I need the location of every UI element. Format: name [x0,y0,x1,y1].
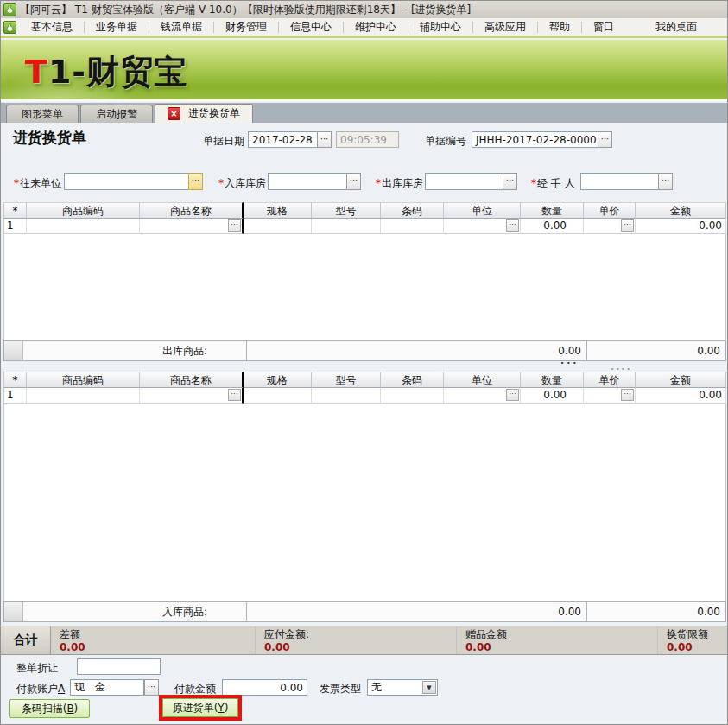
product-code-cell[interactable] [27,388,140,404]
model-cell[interactable] [312,219,381,234]
menu-item-cashflow-docs[interactable]: 钱流单据 [149,18,213,36]
menu-item-finance[interactable]: 财务管理 [214,18,278,36]
barcode-cell[interactable] [381,219,444,234]
menu-item-business-docs[interactable]: 业务单据 [85,18,149,36]
table-empty-area [3,234,726,340]
original-purchase-order-button[interactable]: 原进货单(Y) [162,698,238,717]
out-warehouse-label: *出库库房 [376,176,423,191]
barcode-scan-button[interactable]: 条码扫描(B) [9,699,90,718]
amount-cell[interactable]: 0.00 [636,388,726,404]
summary-difference: 差额 0.00 [51,626,256,654]
invoice-type-select[interactable]: 无 ▼ [367,679,438,696]
tab-startup-alert[interactable]: 启动报警 [80,105,153,123]
invoice-type-label: 发票类型 [320,682,361,696]
product-name-cell[interactable]: ··· [140,219,244,234]
out-warehouse-input[interactable] [425,173,503,190]
col-header-model: 型号 [312,202,381,219]
outbound-amount-total: 0.00 [587,341,725,360]
col-header-spec: 规格 [244,202,312,219]
in-warehouse-browse-icon[interactable]: ··· [346,173,361,190]
invoice-type-value: 无 [371,680,382,695]
grid-splitter[interactable]: ··· ···· [1,361,727,372]
required-asterisk: * [531,177,536,189]
col-header-barcode: 条码 [381,202,444,219]
spec-cell[interactable] [244,388,312,404]
logo-t: T [25,53,48,91]
amount-cell[interactable]: 0.00 [636,219,726,234]
qty-cell[interactable]: 0.00 [521,219,584,234]
barcode-cell[interactable] [381,388,444,404]
button-label: 原进货单( [173,701,218,715]
menu-item-basic-info[interactable]: 基本信息 [20,18,84,36]
price-browse-icon[interactable]: ··· [621,219,634,232]
menu-item-window[interactable]: 窗口 [582,18,625,36]
price-cell[interactable]: ··· [584,388,636,404]
product-logo: T1-财贸宝 [25,50,187,94]
doc-no-browse-icon[interactable]: ··· [598,131,612,148]
price-cell[interactable]: ··· [584,219,636,234]
payment-amount-input[interactable]: 0.00 [222,679,307,696]
product-code-cell[interactable] [27,219,140,234]
table-header-row: * 商品编码 商品名称 规格 型号 条码 单位 数量 单价 金额 [3,372,726,388]
menu-item-help[interactable]: 帮助 [538,18,581,36]
col-header-spec: 规格 [244,372,312,388]
document-tab-bar: 图形菜单 启动报警 × 进货换货单 [1,103,727,123]
model-cell[interactable] [312,388,381,404]
outbound-qty-total: 0.00 [247,341,587,360]
qty-cell[interactable]: 0.00 [521,388,584,404]
partner-browse-icon[interactable]: ··· [188,173,203,190]
page-title: 进货换货单 [13,128,86,148]
product-name-browse-icon[interactable]: ··· [228,389,241,401]
col-header-model: 型号 [312,372,381,388]
tab-graphic-menu[interactable]: 图形菜单 [6,105,79,123]
chevron-down-icon[interactable]: ▼ [422,681,436,694]
handler-label: *经 手 人 [531,176,575,191]
payment-account-browse-icon[interactable]: ··· [144,679,159,696]
menu-item-my-desktop[interactable]: 我的桌面 [644,18,708,36]
account-hotkey: A [58,683,65,695]
menu-item-info-center[interactable]: 信息中心 [279,18,343,36]
summary-strip: 合计 差额 0.00 应付金额: 0.00 赠品金额 0.00 换货限额 0.0… [1,626,727,655]
out-warehouse-browse-icon[interactable]: ··· [503,173,517,190]
tab-label: 启动报警 [96,107,137,122]
summary-exchange-limit: 换货限额 0.00 [658,626,727,654]
unit-cell[interactable]: ··· [444,388,521,404]
inbound-goods-table: * 商品编码 商品名称 规格 型号 条码 单位 数量 单价 金额 1 ··· ·… [3,372,726,622]
payment-account-label: 付款账户A [16,682,65,696]
col-header-amount: 金额 [636,202,726,219]
close-tab-icon[interactable]: × [168,107,180,120]
unit-cell[interactable]: ··· [444,219,521,234]
payment-account-input[interactable]: 现 金 [70,679,144,696]
app-money-bag-icon [3,3,16,16]
exchange-limit-value: 0.00 [667,641,727,654]
handler-input[interactable] [580,173,659,190]
doc-no-input[interactable]: JHHH-2017-02-28-00001 [472,131,598,148]
handler-browse-icon[interactable]: ··· [658,173,673,190]
discount-input[interactable] [77,658,161,675]
payable-label: 应付金额: [264,628,456,641]
doc-date-picker-icon[interactable]: ··· [317,131,332,148]
unit-browse-icon[interactable]: ··· [506,389,519,401]
discount-label: 整单折让 [16,661,58,676]
inbound-qty-total: 0.00 [247,602,587,621]
inbound-total-row: 入库商品: 0.00 0.00 [3,601,726,622]
tab-purchase-exchange[interactable]: × 进货换货单 [155,104,253,123]
product-name-browse-icon[interactable]: ··· [228,219,241,232]
unit-browse-icon[interactable]: ··· [506,219,519,232]
row-number-cell[interactable]: 1 [3,388,27,404]
in-warehouse-input[interactable] [268,173,347,190]
product-name-cell[interactable]: ··· [140,388,244,404]
menu-item-assist-center[interactable]: 辅助中心 [408,18,472,36]
logo-rest: 1-财贸宝 [48,53,187,91]
splitter-grip-icon[interactable]: ··· [560,358,579,369]
partner-input[interactable] [64,173,189,190]
menu-item-maintenance[interactable]: 维护中心 [344,18,408,36]
row-number-cell[interactable]: 1 [3,219,27,234]
menu-item-advanced[interactable]: 高级应用 [473,18,537,36]
spec-cell[interactable] [244,219,312,234]
doc-date-input[interactable]: 2017-02-28 [248,131,318,148]
highlight-annotation-box: 原进货单(Y) [159,695,242,721]
tab-label: 进货换货单 [188,106,240,121]
price-browse-icon[interactable]: ··· [621,389,634,401]
menu-bar: 基本信息 业务单据 钱流单据 财务管理 信息中心 维护中心 辅助中心 高级应用 … [1,18,727,38]
